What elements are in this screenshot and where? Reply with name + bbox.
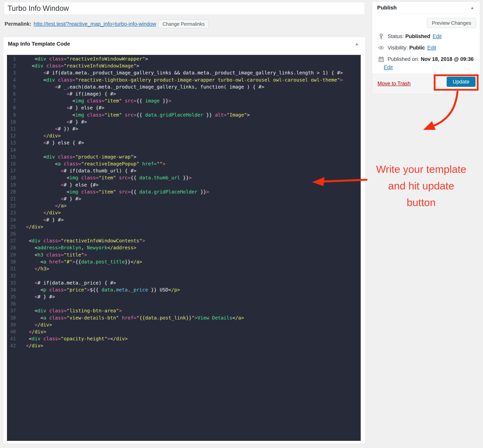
line-number: 22 <box>7 202 23 209</box>
code-editor[interactable]: 1 <div class="reactiveInfoWindowWrapper"… <box>7 55 361 441</box>
edit-link[interactable]: Edit <box>433 33 442 40</box>
code-line[interactable]: 19 <# } else {#> <box>7 182 361 188</box>
code-line[interactable]: 8 <# } else {#> <box>7 104 361 111</box>
code-line[interactable]: 1 <div class="reactiveInfoWindowWrapper"… <box>7 56 361 63</box>
line-number: 18 <box>7 174 23 181</box>
row-value: Nov 18, 2018 @ 09:36 <box>421 56 474 62</box>
code-text: <# if(data.meta._price) { #> <box>23 280 116 287</box>
line-number: 15 <box>7 153 23 160</box>
permalink-link[interactable]: http://test.test/?reactive_map_info=turb… <box>34 21 156 27</box>
line-number: 31 <box>7 265 23 272</box>
code-text: </div> <box>23 328 46 335</box>
pin-icon <box>378 33 384 40</box>
code-line[interactable]: 13 <# } else { #> <box>7 139 361 146</box>
code-text: <a class="view-details-btn" href="{{data… <box>23 314 244 321</box>
code-line[interactable]: 41 <div class="opacity-height"></div> <box>7 335 361 342</box>
code-line[interactable]: 37 <div class="listing-btn-area"> <box>7 307 361 314</box>
line-number: 42 <box>7 342 23 349</box>
map-info-template-metabox: Map Info Template Code ▲ 1 <div class="r… <box>3 37 365 444</box>
code-text: <div class="reactiveInfoWindowContents"> <box>23 237 145 244</box>
line-number: 9 <box>7 112 23 119</box>
code-line[interactable]: 24 <# } #> <box>7 216 361 224</box>
code-text: <# }) #> <box>23 125 78 132</box>
line-number: 34 <box>7 287 23 293</box>
code-text: <# } #> <box>23 216 64 224</box>
code-line[interactable]: 28 <address>Broklyn, Newyork</address> <box>7 244 361 251</box>
code-line[interactable]: 36 <box>7 300 361 307</box>
code-line[interactable]: 15 <div class="product-image-wrap"> <box>7 153 361 160</box>
line-number: 3 <box>7 69 23 76</box>
publish-title: Publish <box>377 5 397 11</box>
code-line[interactable]: 9 <img class="item" src={{ data.gridPlac… <box>7 112 361 119</box>
code-line[interactable]: 35 <# } #> <box>7 293 361 300</box>
code-line[interactable]: 12 </div> <box>7 132 361 139</box>
code-line[interactable]: 25</div> <box>7 224 361 230</box>
publish-row: Published on:Nov 18, 2018 @ 09:36 <box>378 56 480 63</box>
code-line[interactable]: 11 <# }) #> <box>7 125 361 132</box>
code-line[interactable]: 27 <div class="reactiveInfoWindowContent… <box>7 237 361 244</box>
code-line[interactable]: 4 <div class="reactive-lightbox-gallery … <box>7 77 361 83</box>
line-number: 17 <box>7 167 23 174</box>
line-number: 40 <box>7 328 23 335</box>
code-text: </a> <box>23 202 67 209</box>
code-text: <# if(image) { #> <box>23 90 116 97</box>
code-line[interactable]: 29 <h3 class="title"> <box>7 251 361 258</box>
code-line[interactable]: 31 </h3> <box>7 265 361 272</box>
code-line[interactable]: 40 </div> <box>7 328 361 335</box>
code-line[interactable]: 16 <a class="reactiveImagePopup" href=""… <box>7 160 361 167</box>
code-line[interactable]: 26 <box>7 230 361 237</box>
metabox-header: Map Info Template Code ▲ <box>3 37 365 51</box>
code-line[interactable]: 39 </div> <box>7 321 361 328</box>
code-text: </div> <box>23 132 61 139</box>
curved-arrow-icon <box>423 92 458 130</box>
preview-changes-button[interactable]: Preview Changes <box>427 18 476 28</box>
code-line[interactable]: 32 <box>7 272 361 279</box>
edit-link[interactable]: Edit <box>427 45 436 51</box>
code-text: <# } #> <box>23 293 55 300</box>
code-line[interactable]: 7 <img class="item" src={{ image }}> <box>7 97 361 104</box>
preview-row: Preview Changes <box>372 14 480 28</box>
collapse-metabox-icon[interactable]: ▲ <box>355 42 359 46</box>
code-line[interactable]: 21 <# } #> <box>7 195 361 202</box>
code-text: </div> <box>23 209 61 216</box>
line-number: 38 <box>7 314 23 321</box>
code-line[interactable]: 20 <img class="item" src={{ data.gridPla… <box>7 188 361 195</box>
update-button[interactable]: Update <box>447 77 475 87</box>
calendar-icon <box>378 56 384 63</box>
code-line[interactable]: 14 <box>7 146 361 153</box>
line-number: 14 <box>7 146 23 153</box>
code-text: <img class="item" src={{ data.gridPlaceH… <box>23 188 209 195</box>
code-text: </div> <box>23 321 52 328</box>
code-line[interactable]: 3 <# if(data.meta._product_image_gallery… <box>7 69 361 76</box>
line-number: 19 <box>7 182 23 188</box>
annotation-text: Write your templateand hit updatebutton <box>365 161 477 211</box>
code-line[interactable]: 22 </a> <box>7 202 361 209</box>
line-number: 32 <box>7 272 23 279</box>
row-value: Public <box>409 45 425 51</box>
code-line[interactable]: 2 <div class="reactiveInfoWindowImage"> <box>7 63 361 69</box>
line-number: 8 <box>7 104 23 111</box>
annotation-line: Write your template <box>365 161 477 177</box>
line-number: 27 <box>7 237 23 244</box>
code-line[interactable]: 33 <# if(data.meta._price) { #> <box>7 280 361 287</box>
code-line[interactable]: 30 <a href="#">{{data.post_title}}</a> <box>7 258 361 265</box>
code-line[interactable]: 18 <img class="item" src={{ data.thumb_u… <box>7 174 361 181</box>
code-line[interactable]: 38 <a class="view-details-btn" href="{{d… <box>7 314 361 321</box>
code-text: <div class="opacity-height"></div> <box>23 335 128 342</box>
row-label: Visibility: <box>388 45 408 51</box>
code-line[interactable]: 17 <# if(data.thumb_url) { #> <box>7 167 361 174</box>
row-label: Status: <box>388 33 404 40</box>
post-title-input[interactable] <box>4 2 365 15</box>
code-line[interactable]: 6 <# if(image) { #> <box>7 90 361 97</box>
code-line[interactable]: 5 <# _.each(data.meta._product_image_gal… <box>7 83 361 90</box>
code-line[interactable]: 42</div> <box>7 342 361 349</box>
code-line[interactable]: 34 <p class="price">${{ data.meta._price… <box>7 287 361 293</box>
collapse-publish-icon[interactable]: ▲ <box>470 6 474 10</box>
edit-link[interactable]: Edit <box>384 64 393 70</box>
code-line[interactable]: 10 <# } #> <box>7 119 361 125</box>
line-number: 33 <box>7 280 23 287</box>
code-line[interactable]: 23 </div> <box>7 209 361 216</box>
line-number: 4 <box>7 77 23 83</box>
change-permalinks-button[interactable]: Change Permalinks <box>158 20 209 28</box>
move-to-trash-link[interactable]: Move to Trash <box>378 80 411 87</box>
